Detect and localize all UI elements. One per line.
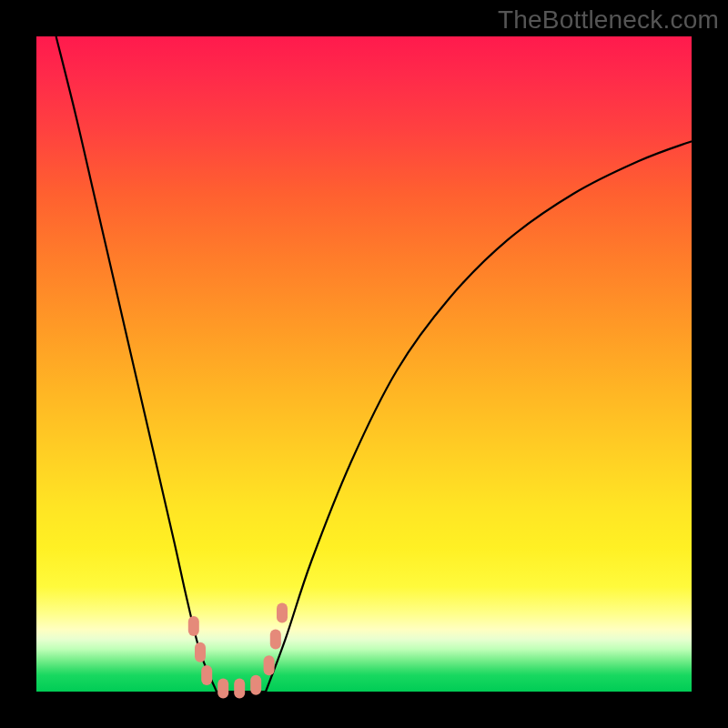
curve-marker xyxy=(201,665,212,685)
curve-path xyxy=(56,36,692,696)
curve-marker xyxy=(277,603,288,623)
watermark-text: TheBottleneck.com xyxy=(498,5,719,35)
curve-marker xyxy=(234,678,245,698)
curve-marker xyxy=(250,675,261,695)
outer-frame: TheBottleneck.com xyxy=(0,0,728,728)
curve-marker xyxy=(195,642,206,662)
curve-marker xyxy=(264,655,275,675)
curve-marker xyxy=(270,629,281,649)
curve-marker xyxy=(217,678,228,698)
curve-marker xyxy=(188,616,199,636)
plot-area xyxy=(36,36,692,692)
marker-group xyxy=(188,603,288,699)
bottleneck-curve xyxy=(36,36,692,692)
